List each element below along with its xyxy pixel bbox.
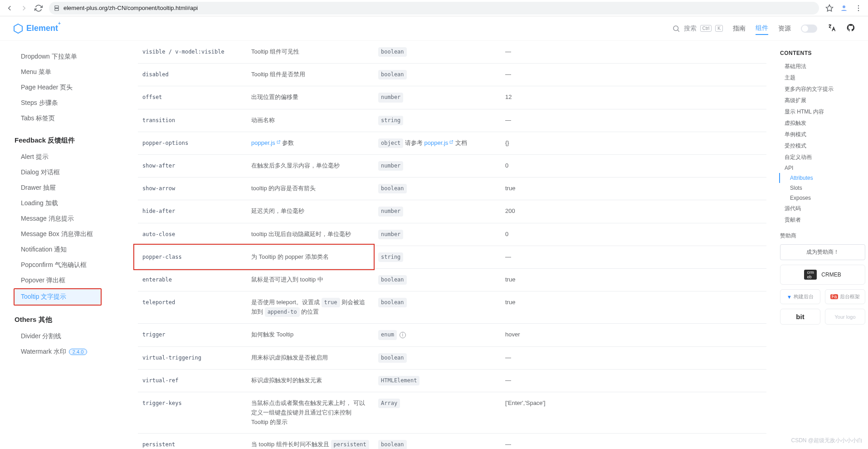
toc-item[interactable]: 单例模式 [780, 129, 865, 140]
menu-dots-icon[interactable] [854, 4, 863, 12]
sidebar-item[interactable]: Notification 通知 [15, 242, 122, 257]
toc-item[interactable]: 虚拟触发 [780, 118, 865, 129]
attr-default: — [501, 64, 766, 86]
toc-item-attributes[interactable]: Attributes [779, 173, 865, 183]
sidebar-item[interactable]: Tabs 标签页 [15, 111, 122, 126]
sidebar-item[interactable]: Drawer 抽屉 [15, 180, 122, 196]
toc-item-exposes[interactable]: Exposes [780, 193, 865, 203]
profile-icon[interactable] [840, 4, 848, 12]
svg-marker-7 [14, 24, 22, 33]
sidebar-item[interactable]: Popconfirm 气泡确认框 [15, 257, 122, 273]
toc-title: CONTENTS [780, 50, 865, 56]
toc-item[interactable]: 受控模式 [780, 140, 865, 152]
nav-component[interactable]: 组件 [756, 22, 768, 35]
attr-desc: 如何触发 Tooltip [247, 324, 374, 346]
type-tag: boolean [378, 440, 407, 449]
site-header: Element+ 搜索 Ctrl K 指南 组件 资源 [0, 16, 868, 41]
table-row: virtual-triggering用来标识虚拟触发是否被启用boolean— [138, 346, 766, 369]
attr-default: — [501, 246, 766, 268]
table-row: virtual-ref标识虚拟触发时的触发元素HTMLElement— [138, 369, 766, 392]
attr-name: virtual-ref [142, 377, 178, 384]
translate-icon[interactable] [827, 23, 836, 34]
table-row: show-arrowtooltip 的内容是否有箭头booleantrue [138, 178, 766, 200]
table-row: persistent当 tooltip 组件长时间不触发且 persistent… [138, 434, 766, 449]
sponsor-vform[interactable]: ▼构建后台 [780, 289, 820, 304]
sponsor-bit[interactable]: bit [780, 309, 820, 325]
sidebar-item[interactable]: Menu 菜单 [15, 64, 122, 80]
attr-default: true [501, 268, 766, 291]
search-trigger[interactable]: 搜索 Ctrl K [672, 25, 723, 33]
type-tag: boolean [378, 298, 407, 307]
toc-item[interactable]: 基础用法 [780, 61, 865, 72]
sponsor-button[interactable]: 成为赞助商！ [780, 244, 865, 260]
sidebar-item[interactable]: Popover 弹出框 [15, 273, 122, 288]
svg-point-8 [673, 26, 678, 31]
table-of-contents: CONTENTS 基础用法主题更多内容的文字提示高级扩展显示 HTML 内容虚拟… [777, 41, 868, 334]
attr-name: disabled [142, 71, 169, 78]
type-tag: object [378, 138, 403, 148]
attr-name: offset [142, 94, 162, 100]
type-tag: string [378, 116, 403, 125]
attr-default: 12 [501, 86, 766, 109]
vform-logo-icon: ▼ [787, 294, 792, 300]
sponsor-crmeb[interactable]: crmebCRMEB [780, 265, 865, 285]
toc-item[interactable]: 显示 HTML 内容 [780, 106, 865, 118]
table-row: trigger如何触发 Tooltipenumihover [138, 324, 766, 346]
sidebar-item[interactable]: Message 消息提示 [15, 211, 122, 227]
sidebar-item[interactable]: Dropdown 下拉菜单 [15, 49, 122, 64]
sidebar-item[interactable]: Divider 分割线 [15, 329, 122, 344]
table-row: disabledTooltip 组件是否禁用boolean— [138, 64, 766, 86]
toc-item[interactable]: 主题 [780, 72, 865, 84]
sidebar-item-tooltip[interactable]: Tooltip 文字提示 [15, 289, 101, 305]
sponsor-placeholder[interactable]: Your logo [825, 309, 865, 325]
sidebar-nav: Dropdown 下拉菜单Menu 菜单Page Header 页头Steps … [0, 41, 127, 449]
sidebar-item[interactable]: Loading 加载 [15, 196, 122, 211]
toc-item[interactable]: 贡献者 [780, 214, 865, 226]
attr-name: popper-class [142, 254, 182, 260]
external-link[interactable]: popper.js [424, 139, 454, 146]
svg-marker-2 [826, 5, 833, 11]
sidebar-item-watermark[interactable]: Watermark 水印2.4.0 [15, 344, 122, 360]
svg-point-4 [858, 5, 859, 6]
sidebar-item[interactable]: Dialog 对话框 [15, 165, 122, 180]
toc-item[interactable]: 源代码 [780, 203, 865, 214]
attr-default: 0 [501, 223, 766, 246]
attr-desc: tooltip 的内容是否有箭头 [247, 178, 374, 200]
back-icon[interactable] [5, 4, 14, 12]
sponsor-fantastic[interactable]: Fa后台框架 [825, 289, 865, 304]
type-tag: HTMLElement [378, 376, 419, 385]
attr-default: true [501, 178, 766, 200]
sidebar-item[interactable]: Message Box 消息弹出框 [15, 227, 122, 242]
brand-logo[interactable]: Element+ [13, 23, 61, 34]
attr-name: auto-close [142, 231, 175, 237]
type-tag: boolean [378, 353, 407, 363]
address-bar[interactable]: element-plus.org/zh-CN/component/tooltip… [49, 2, 819, 15]
sidebar-item[interactable]: Page Header 页头 [15, 80, 122, 95]
external-link[interactable]: popper.js [251, 139, 281, 146]
version-badge: 2.4.0 [69, 349, 87, 355]
type-tag: string [378, 252, 403, 262]
toc-item[interactable]: 高级扩展 [780, 95, 865, 106]
nav-resource[interactable]: 资源 [778, 23, 791, 35]
attr-desc: tooltip 出现后自动隐藏延时，单位毫秒 [247, 223, 374, 246]
toc-item[interactable]: 自定义动画 [780, 152, 865, 163]
table-row: visible / v-model:visibleTooltip 组件可见性bo… [138, 41, 766, 64]
toc-item[interactable]: 更多内容的文字提示 [780, 84, 865, 95]
star-icon[interactable] [825, 4, 834, 12]
attr-name: hide-after [142, 208, 175, 214]
attr-desc: 是否使用 teleport。设置成 true 则会被追加到 append-to … [247, 291, 374, 324]
nav-guide[interactable]: 指南 [733, 23, 746, 35]
reload-icon[interactable] [34, 4, 43, 12]
info-icon[interactable]: i [400, 332, 406, 338]
sidebar-item[interactable]: Alert 提示 [15, 149, 122, 165]
toc-item[interactable]: API [780, 163, 865, 173]
toc-item-slots[interactable]: Slots [780, 183, 865, 193]
theme-toggle[interactable] [801, 25, 817, 33]
github-icon[interactable] [846, 23, 855, 34]
attr-desc: 当鼠标点击或者聚焦在触发元素上时， 可以定义一组键盘按键并且通过它们来控制 To… [247, 392, 374, 434]
forward-icon[interactable] [20, 4, 28, 12]
svg-rect-0 [55, 5, 59, 8]
crmeb-logo-icon: crmeb [804, 270, 817, 280]
svg-point-5 [858, 7, 859, 8]
sidebar-item[interactable]: Steps 步骤条 [15, 95, 122, 111]
